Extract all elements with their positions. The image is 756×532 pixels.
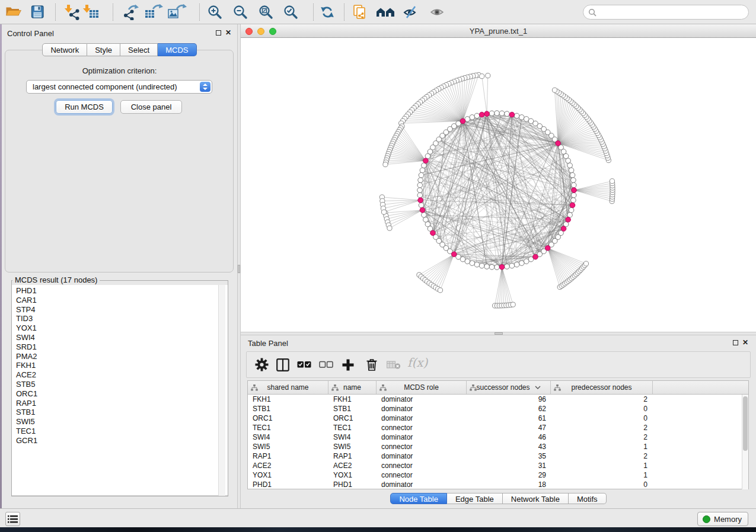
- table-row[interactable]: ACE2ACE2connector311: [248, 461, 748, 470]
- export-image-icon[interactable]: [167, 4, 187, 22]
- table-row[interactable]: ORC1ORC1dominator610: [248, 414, 748, 423]
- table-cell: 0: [551, 404, 653, 414]
- column-header-successor-nodes[interactable]: successor nodes: [467, 381, 551, 394]
- close-panel-button[interactable]: Close panel: [120, 100, 182, 114]
- column-settings-icon[interactable]: [255, 358, 269, 373]
- main-toolbar: [0, 0, 756, 24]
- memory-button[interactable]: Memory: [697, 512, 748, 526]
- toolbar-separator: [344, 4, 344, 21]
- mcds-node-item[interactable]: YOX1: [14, 323, 37, 333]
- memory-status-icon: [703, 515, 710, 523]
- mcds-node-item[interactable]: CAR1: [14, 296, 37, 305]
- mcds-node-item[interactable]: FKH1: [14, 361, 37, 370]
- table-cell: 31: [467, 461, 551, 470]
- table-cell: SWI5: [248, 442, 328, 451]
- export-table-icon[interactable]: [144, 4, 163, 22]
- zoom-out-icon[interactable]: [232, 4, 249, 22]
- mcds-list-scrollbar[interactable]: [218, 285, 225, 496]
- add-column-icon[interactable]: [342, 358, 355, 373]
- tab-motifs[interactable]: Motifs: [569, 493, 607, 504]
- save-icon[interactable]: [29, 4, 46, 21]
- table-cell: SWI4: [328, 432, 377, 442]
- run-mcds-button[interactable]: Run MCDS: [56, 100, 113, 114]
- column-header-MCDS-role[interactable]: MCDS role: [377, 381, 467, 394]
- column-header-name[interactable]: name: [328, 381, 377, 394]
- hide-eye-icon[interactable]: [402, 4, 420, 22]
- column-header-predecessor-nodes[interactable]: predecessor nodes: [551, 381, 653, 394]
- refresh-icon[interactable]: [319, 4, 336, 22]
- column-header-shared-name[interactable]: shared name: [248, 381, 328, 394]
- share-document-icon[interactable]: [352, 4, 370, 23]
- splitter-handle[interactable]: [495, 332, 503, 335]
- mcds-result-list[interactable]: PHD1CAR1STP4TID3YOX1SWI4SRD1PMA2FKH1ACE2…: [12, 285, 228, 496]
- table-row[interactable]: FKH1FKH1dominator962: [248, 395, 748, 404]
- scrollbar-thumb[interactable]: [743, 396, 748, 451]
- mcds-node-item[interactable]: GCR1: [14, 436, 37, 446]
- task-history-button[interactable]: [5, 512, 20, 526]
- mcds-node-item[interactable]: SWI5: [14, 417, 37, 427]
- table-cell: 43: [467, 442, 551, 451]
- deselect-checks-icon[interactable]: [319, 361, 333, 370]
- mcds-node-item[interactable]: PMA2: [14, 352, 37, 361]
- mcds-node-item[interactable]: STP4: [14, 305, 37, 315]
- toolbar-separator: [199, 4, 200, 21]
- tab-select[interactable]: Select: [120, 43, 158, 56]
- float-panel-icon[interactable]: [733, 340, 738, 345]
- table-cell: connector: [377, 423, 467, 432]
- splitter-handle[interactable]: [238, 265, 240, 273]
- mcds-node-item[interactable]: RAP1: [14, 399, 37, 408]
- open-file-icon[interactable]: [5, 4, 23, 21]
- zoom-fit-icon[interactable]: [258, 4, 275, 22]
- tab-style[interactable]: Style: [87, 43, 120, 56]
- tab-mcds[interactable]: MCDS: [158, 43, 196, 56]
- mcds-node-item[interactable]: SWI4: [14, 333, 37, 342]
- tab-node-table[interactable]: Node Table: [390, 493, 447, 504]
- import-table-icon[interactable]: [82, 4, 101, 22]
- tab-network[interactable]: Network: [42, 43, 87, 56]
- table-cell: 2: [551, 423, 653, 432]
- zoom-selected-icon[interactable]: [283, 4, 299, 22]
- table-row[interactable]: RAP1RAP1dominator352: [248, 451, 748, 461]
- table-row[interactable]: SWI5SWI5connector431: [248, 442, 748, 451]
- float-panel-icon[interactable]: [216, 30, 221, 36]
- import-network-icon[interactable]: [64, 4, 82, 22]
- mcds-node-item[interactable]: SRD1: [14, 342, 37, 352]
- table-row[interactable]: STB1STB1dominator620: [248, 404, 748, 414]
- mcds-node-item[interactable]: TID3: [14, 314, 37, 323]
- delete-column-icon[interactable]: [365, 358, 378, 373]
- table-cell: connector: [377, 442, 467, 451]
- table-cell: ACE2: [248, 461, 328, 470]
- tab-edge-table[interactable]: Edge Table: [447, 493, 503, 504]
- table-row[interactable]: PHD1PHD1dominator180: [248, 480, 748, 489]
- table-toolbar: f(x): [246, 351, 751, 378]
- mcds-node-item[interactable]: TEC1: [14, 427, 37, 436]
- table-row[interactable]: TEC1TEC1connector472: [248, 423, 748, 432]
- table-scrollbar[interactable]: [742, 395, 748, 489]
- mcds-result-title: MCDS result (17 nodes): [12, 275, 100, 284]
- network-graph[interactable]: [241, 38, 756, 332]
- show-eye-icon[interactable]: [429, 4, 446, 22]
- table-cell: 29: [467, 470, 551, 480]
- select-all-checks-icon[interactable]: [297, 361, 311, 370]
- export-network-icon[interactable]: [121, 4, 139, 22]
- tab-network-table[interactable]: Network Table: [503, 493, 569, 504]
- mcds-node-item[interactable]: ORC1: [14, 389, 37, 399]
- table-row[interactable]: SWI4SWI4dominator462: [248, 432, 748, 442]
- mcds-node-item[interactable]: STB5: [14, 380, 37, 389]
- mcds-node-item[interactable]: PHD1: [14, 286, 37, 296]
- criterion-dropdown[interactable]: largest connected component (undirected): [26, 80, 212, 94]
- table-row[interactable]: YOX1YOX1connector291: [248, 470, 748, 480]
- zoom-in-icon[interactable]: [207, 4, 224, 22]
- mcds-node-item[interactable]: STB1: [14, 408, 37, 417]
- close-panel-icon[interactable]: ✕: [742, 339, 748, 345]
- table-cell: YOX1: [248, 470, 328, 480]
- mcds-node-item[interactable]: ACE2: [14, 370, 37, 380]
- table-panel-title: Table Panel: [248, 339, 288, 348]
- home-networks-icon[interactable]: [376, 4, 395, 21]
- close-panel-icon[interactable]: ✕: [225, 30, 231, 36]
- table-cell: 1: [551, 470, 653, 480]
- search-input[interactable]: [583, 5, 749, 20]
- right-area: YPA_prune.txt_1 Table Panel ✕ f(x) share…: [241, 24, 756, 508]
- split-view-icon[interactable]: [276, 358, 289, 373]
- function-builder-disabled-icon: f(x): [407, 355, 428, 370]
